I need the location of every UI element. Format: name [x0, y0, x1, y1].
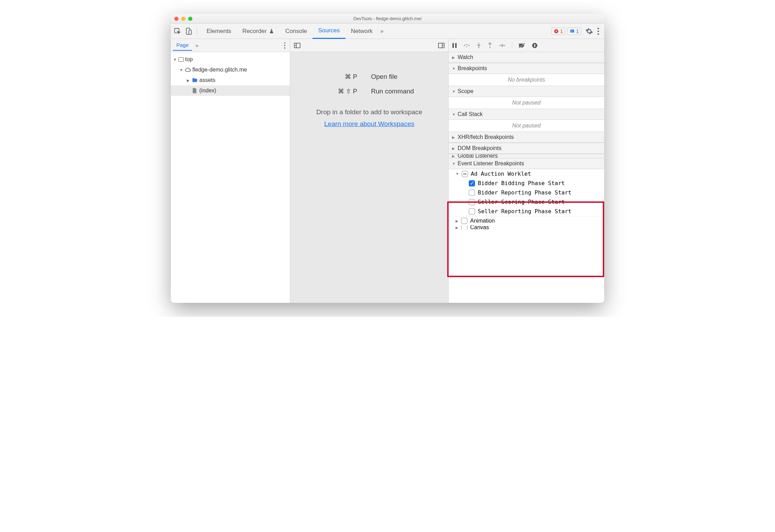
callstack-section[interactable]: ▼Call Stack	[449, 109, 604, 120]
svg-rect-15	[452, 43, 454, 48]
checkbox-icon[interactable]	[469, 208, 475, 215]
tree-file[interactable]: (index)	[171, 85, 290, 96]
open-file-label: Open file	[371, 73, 441, 81]
workspace-drop-text: Drop in a folder to add to workspace	[316, 108, 422, 116]
tree-origin[interactable]: fledge-demo.glitch.me	[171, 65, 290, 75]
flask-icon	[269, 28, 274, 34]
svg-rect-4	[570, 30, 574, 32]
global-listeners-section[interactable]: ▶Global Listeners	[449, 154, 604, 158]
step-into-icon[interactable]	[476, 42, 481, 49]
minimize-window-icon[interactable]	[181, 17, 185, 21]
debugger-sections: ▶Watch ▼Breakpoints No breakpoints ▼Scop…	[449, 52, 604, 303]
checkbox-icon[interactable]	[469, 190, 475, 196]
window-title: DevTools - fledge-demo.glitch.me/	[171, 16, 604, 21]
dom-section[interactable]: ▶DOM Breakpoints	[449, 143, 604, 154]
deactivate-breakpoints-icon[interactable]	[518, 42, 525, 49]
elb-category-canvas[interactable]: ▶ Canvas	[449, 225, 604, 230]
step-out-icon[interactable]	[488, 42, 492, 49]
file-icon	[192, 88, 198, 94]
svg-point-9	[284, 45, 285, 46]
settings-icon[interactable]	[583, 27, 595, 35]
error-icon	[554, 29, 559, 34]
more-tabs-icon[interactable]: »	[378, 28, 385, 35]
checkbox-indeterminate-icon[interactable]	[462, 171, 468, 177]
tree-top[interactable]: top	[171, 54, 290, 65]
editor-pane: ⌘ P Open file ⌘ ⇧ P Run command Drop in …	[290, 39, 449, 303]
close-window-icon[interactable]	[174, 17, 178, 21]
open-file-shortcut: ⌘ P	[298, 73, 357, 81]
breakpoints-section[interactable]: ▼Breakpoints	[449, 63, 604, 74]
navigator-pane: Page » top fledge-demo.gl	[171, 39, 290, 303]
step-over-icon[interactable]	[463, 43, 470, 48]
watch-section[interactable]: ▶Watch	[449, 52, 604, 63]
svg-point-18	[478, 47, 480, 48]
svg-point-17	[466, 46, 467, 47]
elb-category-animation[interactable]: ▶ Animation	[449, 216, 604, 225]
checkbox-checked-icon[interactable]: ✓	[469, 180, 475, 186]
scope-empty: Not paused	[449, 97, 604, 109]
elb-item-0[interactable]: ✓ Bidder Bidding Phase Start	[449, 178, 604, 188]
maximize-window-icon[interactable]	[188, 17, 192, 21]
svg-rect-24	[534, 44, 535, 47]
svg-rect-2	[189, 30, 191, 34]
tab-sources[interactable]: Sources	[312, 24, 345, 39]
svg-rect-16	[455, 43, 457, 48]
inspect-icon[interactable]	[174, 27, 181, 35]
pause-icon[interactable]	[452, 43, 457, 48]
main-tab-bar: Elements Recorder Console Sources Networ…	[171, 24, 604, 39]
cloud-icon	[185, 67, 191, 73]
folder-icon	[192, 77, 198, 83]
step-icon[interactable]	[499, 43, 506, 48]
svg-point-19	[489, 47, 491, 48]
devtools-window: DevTools - fledge-demo.glitch.me/ Elemen…	[171, 14, 604, 303]
message-badge[interactable]: 1	[567, 27, 581, 35]
svg-point-10	[284, 47, 285, 49]
svg-rect-13	[439, 43, 444, 48]
xhr-section[interactable]: ▶XHR/fetch Breakpoints	[449, 132, 604, 143]
tab-network[interactable]: Network	[345, 24, 378, 39]
elb-category-ad-auction[interactable]: ▼ Ad Auction Worklet	[449, 169, 604, 178]
svg-point-5	[598, 27, 599, 29]
message-icon	[570, 29, 575, 34]
svg-point-6	[598, 30, 599, 32]
frame-icon	[178, 57, 184, 62]
page-tab[interactable]: Page	[173, 40, 192, 51]
hide-navigator-icon[interactable]	[294, 42, 301, 49]
checkbox-icon[interactable]	[461, 225, 467, 230]
tab-recorder[interactable]: Recorder	[237, 24, 280, 39]
more-nav-tabs-icon[interactable]: »	[193, 42, 200, 48]
callstack-empty: Not paused	[449, 120, 604, 132]
checkbox-icon[interactable]	[469, 199, 475, 205]
devtools-body: Page » top fledge-demo.gl	[171, 39, 604, 303]
tab-elements[interactable]: Elements	[201, 24, 237, 39]
elb-item-3[interactable]: Seller Reporting Phase Start	[449, 207, 604, 216]
debugger-pane: ▶Watch ▼Breakpoints No breakpoints ▼Scop…	[449, 39, 604, 303]
navigator-menu-icon[interactable]	[282, 42, 288, 49]
device-toggle-icon[interactable]	[185, 27, 192, 35]
svg-point-7	[598, 33, 599, 34]
scope-section[interactable]: ▼Scope	[449, 86, 604, 97]
file-tree: top fledge-demo.glitch.me assets	[171, 52, 290, 303]
window-controls[interactable]	[174, 17, 192, 21]
debugger-toolbar	[449, 39, 604, 52]
checkbox-icon[interactable]	[461, 218, 467, 224]
svg-point-20	[504, 45, 505, 46]
hide-debugger-icon[interactable]	[438, 42, 445, 49]
elb-item-1[interactable]: Bidder Reporting Phase Start	[449, 188, 604, 197]
titlebar: DevTools - fledge-demo.glitch.me/	[171, 14, 604, 24]
error-badge[interactable]: 1	[551, 27, 565, 35]
tree-folder[interactable]: assets	[171, 75, 290, 85]
breakpoints-empty: No breakpoints	[449, 74, 604, 86]
kebab-menu-icon[interactable]	[595, 27, 601, 35]
run-command-label: Run command	[371, 88, 441, 95]
learn-more-link[interactable]: Learn more about Workspaces	[324, 120, 414, 128]
elb-item-2[interactable]: Seller Scoring Phase Start	[449, 197, 604, 207]
event-listener-breakpoints-section[interactable]: ▼Event Listener Breakpoints	[449, 158, 604, 169]
tab-console[interactable]: Console	[280, 24, 312, 39]
run-command-shortcut: ⌘ ⇧ P	[298, 88, 357, 95]
svg-point-8	[284, 42, 285, 43]
pause-on-exceptions-icon[interactable]	[532, 42, 538, 49]
